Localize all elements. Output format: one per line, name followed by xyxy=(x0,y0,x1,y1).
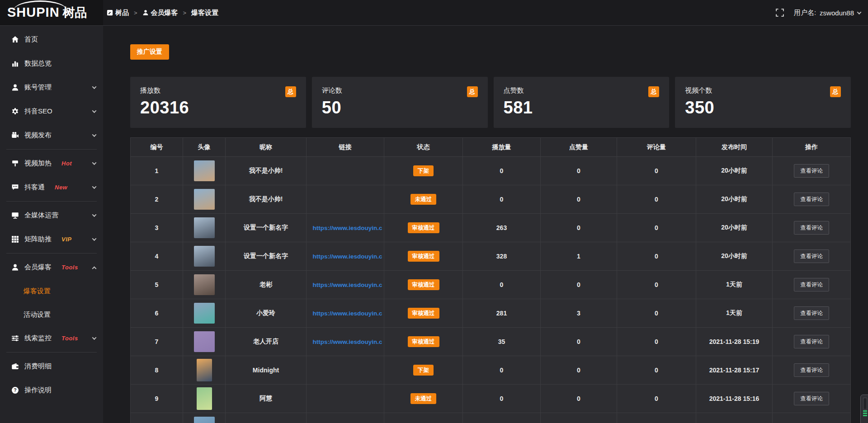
table-row: 6小爱玲https://www.iesdouyin.c审核通过281301天前查… xyxy=(131,299,851,328)
breadcrumb-item-2[interactable]: 会员爆客 xyxy=(142,9,178,17)
floating-service-widget[interactable] xyxy=(860,395,868,423)
sidebar-item-media-operation[interactable]: 全媒体运营 xyxy=(0,203,103,227)
plays-cell: 35 xyxy=(463,328,541,356)
view-comments-button[interactable]: 查看评论 xyxy=(794,221,829,235)
status-badge: 审核通过 xyxy=(408,308,439,319)
view-comments-button[interactable]: 查看评论 xyxy=(794,164,829,178)
breadcrumb-item-1[interactable]: 树品 xyxy=(107,9,129,17)
gear-icon xyxy=(11,108,19,115)
avatar-cell xyxy=(183,413,226,423)
status-cell: 审核通过 xyxy=(384,271,463,299)
nickname-cell: 老彬 xyxy=(226,271,307,299)
view-comments-button[interactable]: 查看评论 xyxy=(794,335,829,349)
plays-cell: 0 xyxy=(463,157,541,185)
stat-label: 点赞数 xyxy=(504,86,660,95)
stat-label: 视频个数 xyxy=(685,86,841,95)
home-icon xyxy=(11,36,19,43)
table-header-row: 编号头像昵称链接状态播放量点赞量评论量发布时间操作 xyxy=(131,138,851,157)
view-comments-button[interactable]: 查看评论 xyxy=(794,363,829,377)
sidebar-item-douketong[interactable]: 抖客通New xyxy=(0,175,103,199)
link-cell xyxy=(307,185,384,214)
table-row: 10 xyxy=(131,413,851,423)
row-number-cell: 10 xyxy=(131,413,183,423)
plays-cell: 0 xyxy=(463,385,541,413)
breadcrumb-separator: > xyxy=(134,9,137,16)
action-cell: 查看评论 xyxy=(773,328,851,356)
sidebar-subitem-activity-settings[interactable]: 活动设置 xyxy=(0,303,103,326)
logo-cn: 树品 xyxy=(63,5,87,21)
row-number-cell: 6 xyxy=(131,299,183,328)
sidebar-item-data-overview[interactable]: 数据总览 xyxy=(0,52,103,75)
avatar-cell xyxy=(183,385,226,413)
sidebar: 首页数据总览账号管理抖音SEO视频发布视频加热Hot抖客通New全媒体运营矩阵助… xyxy=(0,26,103,423)
chevron-down-icon xyxy=(92,108,97,113)
sidebar-item-label: 数据总览 xyxy=(24,59,52,68)
link-cell xyxy=(307,157,384,185)
column-header: 头像 xyxy=(183,138,226,157)
user-icon xyxy=(11,263,19,271)
view-comments-button[interactable]: 查看评论 xyxy=(794,392,829,406)
sidebar-item-clue-monitor[interactable]: 线索监控Tools xyxy=(0,326,103,350)
chevron-up-icon xyxy=(92,266,97,271)
table-row: 3设置一个新名字https://www.iesdouyin.c审核通过26300… xyxy=(131,214,851,242)
status-cell: 未通过 xyxy=(384,185,463,214)
avatar xyxy=(194,246,215,267)
action-cell: 查看评论 xyxy=(773,299,851,328)
sidebar-item-video-publish[interactable]: 视频发布 xyxy=(0,123,103,147)
stat-card-1: 播放数20316总 xyxy=(130,77,306,128)
column-header: 点赞量 xyxy=(541,138,617,157)
user-icon xyxy=(11,84,19,91)
comments-cell: 0 xyxy=(617,299,696,328)
sidebar-item-consume-detail[interactable]: 消费明细 xyxy=(0,354,103,378)
view-comments-button[interactable]: 查看评论 xyxy=(794,306,829,320)
sidebar-item-account-management[interactable]: 账号管理 xyxy=(0,75,103,99)
status-badge: 未通过 xyxy=(410,393,437,404)
breadcrumb-label: 树品 xyxy=(115,9,129,17)
status-badge: 审核通过 xyxy=(408,279,439,291)
publish-time-cell: 1天前 xyxy=(696,271,773,299)
row-number-cell: 2 xyxy=(131,185,183,214)
stat-card-3: 点赞数581总 xyxy=(494,77,670,128)
table-row: 7老人开店https://www.iesdouyin.c审核通过35002021… xyxy=(131,328,851,356)
plays-cell: 263 xyxy=(463,214,541,242)
link-cell xyxy=(307,413,384,423)
sidebar-item-label: 操作说明 xyxy=(24,386,52,395)
view-comments-button[interactable]: 查看评论 xyxy=(794,249,829,263)
avatar xyxy=(194,303,215,324)
sidebar-divider xyxy=(6,352,97,352)
sidebar-item-video-heat[interactable]: 视频加热Hot xyxy=(0,151,103,175)
view-comments-button[interactable]: 查看评论 xyxy=(794,193,829,207)
video-link[interactable]: https://www.iesdouyin.c xyxy=(312,310,382,317)
sidebar-item-home[interactable]: 首页 xyxy=(0,28,103,52)
user-menu[interactable]: 用户名: zswodun88 xyxy=(794,9,861,17)
stat-value: 350 xyxy=(685,98,841,118)
app-icon xyxy=(107,9,113,16)
sidebar-item-member-baoke[interactable]: 会员爆客Tools xyxy=(0,255,103,279)
action-cell xyxy=(773,413,851,423)
status-badge: 未通过 xyxy=(410,194,437,205)
fullscreen-icon[interactable] xyxy=(776,9,784,17)
likes-cell: 0 xyxy=(541,271,617,299)
video-link[interactable]: https://www.iesdouyin.c xyxy=(312,338,382,345)
sidebar-badge-hot: Hot xyxy=(61,160,72,167)
sidebar-item-operation-guide[interactable]: ?操作说明 xyxy=(0,378,103,402)
view-comments-button[interactable]: 查看评论 xyxy=(794,278,829,292)
video-link[interactable]: https://www.iesdouyin.c xyxy=(312,253,382,260)
action-cell: 查看评论 xyxy=(773,271,851,299)
video-link[interactable]: https://www.iesdouyin.c xyxy=(312,225,382,231)
avatar-cell xyxy=(183,328,226,356)
avatar xyxy=(197,387,212,410)
link-cell xyxy=(307,385,384,413)
plays-cell: 0 xyxy=(463,185,541,214)
sidebar-divider xyxy=(6,149,97,150)
sidebar-item-matrix-boost[interactable]: 矩阵助推VIP xyxy=(0,227,103,251)
promo-settings-button[interactable]: 推广设置 xyxy=(130,44,169,60)
avatar-cell xyxy=(183,214,226,242)
avatar xyxy=(194,274,215,295)
sidebar-item-douyin-seo[interactable]: 抖音SEO xyxy=(0,99,103,123)
video-link[interactable]: https://www.iesdouyin.c xyxy=(312,282,382,288)
nickname-cell: 老人开店 xyxy=(226,328,307,356)
status-cell: 审核通过 xyxy=(384,328,463,356)
sidebar-divider xyxy=(6,253,97,254)
sidebar-subitem-baoke-settings[interactable]: 爆客设置 xyxy=(0,279,103,303)
